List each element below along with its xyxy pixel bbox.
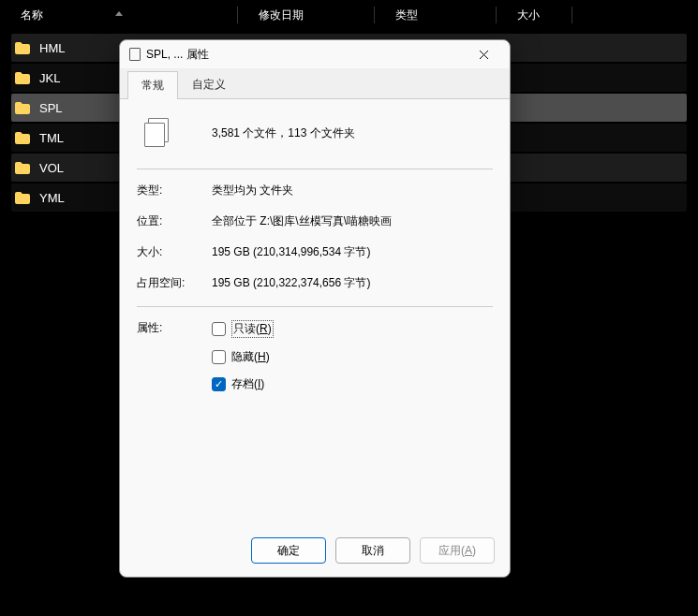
file-name: HML <box>39 41 65 55</box>
cancel-button[interactable]: 取消 <box>335 537 410 564</box>
checkbox-icon: ✓ <box>212 377 226 391</box>
tab-bar: 常规 自定义 <box>120 68 510 99</box>
value-disk: 195 GB (210,322,374,656 字节) <box>212 275 493 291</box>
label-size: 大小: <box>137 244 212 260</box>
file-name: TML <box>39 131 64 145</box>
multi-document-icon <box>142 118 171 148</box>
titlebar[interactable]: SPL, ... 属性 <box>120 40 510 68</box>
column-size[interactable]: 大小 <box>497 7 572 23</box>
column-name[interactable]: 名称 <box>0 7 237 23</box>
file-name: VOL <box>39 161 64 175</box>
tab-custom[interactable]: 自定义 <box>178 70 240 98</box>
divider <box>137 306 493 307</box>
column-headers: 名称 修改日期 类型 大小 <box>0 0 698 30</box>
dialog-title: SPL, ... 属性 <box>146 47 465 63</box>
file-name: SPL <box>39 101 63 115</box>
apply-button[interactable]: 应用(A) <box>420 537 495 564</box>
label-disk: 占用空间: <box>137 275 212 291</box>
column-date[interactable]: 修改日期 <box>238 7 374 23</box>
folder-icon <box>15 102 30 114</box>
label-attributes: 属性: <box>137 320 212 392</box>
close-icon <box>479 50 489 60</box>
button-row: 确定 取消 应用(A) <box>120 528 510 577</box>
file-name: JKL <box>39 71 60 85</box>
checkbox-icon <box>212 350 226 364</box>
folder-icon <box>15 42 30 54</box>
value-size: 195 GB (210,314,996,534 字节) <box>212 244 493 260</box>
dialog-content: 3,581 个文件，113 个文件夹 类型: 类型均为 文件夹 位置: 全部位于… <box>120 99 510 528</box>
checkbox-readonly[interactable]: 只读(R) <box>212 320 274 338</box>
ok-button[interactable]: 确定 <box>251 537 326 564</box>
tab-general[interactable]: 常规 <box>127 71 178 99</box>
label-type: 类型: <box>137 183 212 198</box>
value-type: 类型均为 文件夹 <box>212 183 493 198</box>
checkbox-hidden[interactable]: 隐藏(H) <box>212 349 274 365</box>
folder-icon <box>15 132 30 144</box>
value-location: 全部位于 Z:\图库\丝模写真\喵糖映画 <box>212 213 493 229</box>
properties-dialog: SPL, ... 属性 常规 自定义 3,581 个文件，113 个文件夹 类型… <box>119 39 511 578</box>
column-type[interactable]: 类型 <box>375 7 496 23</box>
document-icon <box>129 48 141 61</box>
label-location: 位置: <box>137 213 212 229</box>
file-name: YML <box>39 191 65 205</box>
checkbox-icon <box>212 322 226 336</box>
close-button[interactable] <box>465 41 502 67</box>
checkbox-archive[interactable]: ✓ 存档(I) <box>212 376 274 392</box>
folder-icon <box>15 162 30 174</box>
summary-text: 3,581 个文件，113 个文件夹 <box>212 125 355 141</box>
divider <box>137 169 493 169</box>
folder-icon <box>15 72 30 84</box>
folder-icon <box>15 192 30 204</box>
